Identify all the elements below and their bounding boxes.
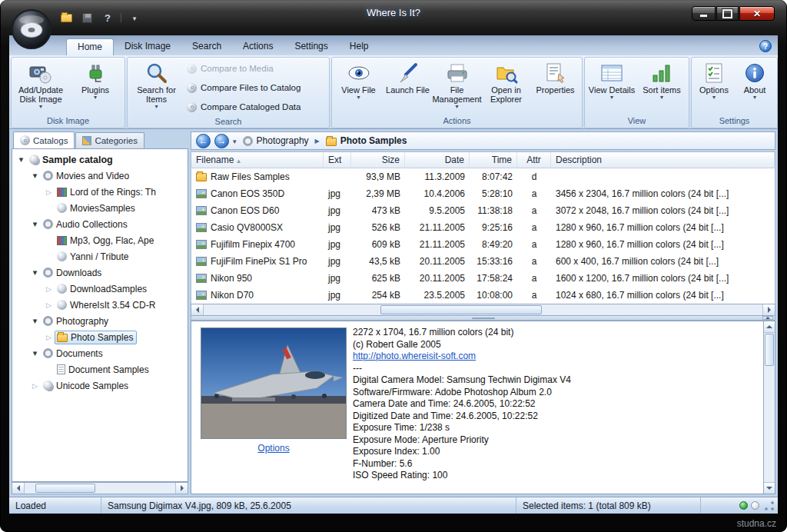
save-button[interactable] (79, 11, 95, 25)
ribbon-tab[interactable]: Actions (232, 38, 284, 55)
view-file-button[interactable]: View File (334, 59, 383, 115)
open-folder-icon (61, 14, 72, 22)
scroll-right-arrow-icon[interactable] (175, 483, 188, 494)
search-for-items-button[interactable]: Search for Items (130, 59, 183, 116)
context-help-button[interactable] (100, 11, 115, 25)
file-management-button[interactable]: File Management (433, 59, 481, 115)
history-dropdown-icon[interactable] (233, 135, 237, 146)
resize-grip[interactable] (764, 500, 775, 511)
forward-button[interactable] (214, 134, 229, 148)
tree-item[interactable]: Photography (12, 313, 188, 329)
scroll-up-arrow-icon[interactable] (764, 321, 775, 333)
scroll-left-arrow-icon[interactable] (191, 304, 204, 315)
tab-catalogs[interactable]: Catalogs (13, 131, 75, 148)
table-row[interactable]: Fujifilm Finepix 4700 jpg 609 kB 21.11.2… (191, 236, 775, 253)
scroll-track[interactable] (25, 483, 175, 494)
tree-item[interactable]: Mp3, Ogg, Flac, Ape (12, 232, 188, 248)
tree-item[interactable]: WhereIsIt 3.54 CD-R (12, 297, 188, 313)
title-bar[interactable]: Where Is It? (0, 0, 787, 35)
plugins-button[interactable]: Plugins (68, 59, 122, 115)
options-button[interactable]: Options (694, 59, 734, 115)
expand-arrow-icon[interactable] (29, 316, 41, 326)
table-row[interactable]: Canon EOS 350D jpg 2,39 MB 10.4.2006 5:2… (191, 185, 775, 202)
expand-arrow-icon[interactable] (29, 348, 41, 358)
expand-arrow-icon[interactable] (29, 171, 41, 181)
sort-items-button[interactable]: Sort items (637, 59, 686, 115)
column-header[interactable]: Ext (324, 152, 351, 168)
column-header[interactable]: Size (351, 152, 405, 168)
column-header[interactable]: Description (551, 152, 775, 168)
splitter-collapse-button[interactable] (762, 316, 773, 320)
tree-item[interactable]: Photo Samples (12, 329, 188, 345)
preview-splitter[interactable] (191, 316, 775, 321)
open-catalog-button[interactable] (58, 11, 74, 25)
tree-item[interactable]: Downloads (12, 264, 188, 281)
tree-item[interactable]: DownloadSamples (12, 281, 188, 297)
minimize-button[interactable] (692, 6, 716, 21)
app-orb-button[interactable] (11, 8, 52, 50)
tree-item[interactable]: Unicode Samples (12, 377, 188, 394)
add-update-disk-image-button[interactable]: Add/Update Disk Image (14, 59, 68, 115)
ribbon-help-button[interactable] (759, 40, 772, 52)
table-row[interactable]: Nikon 950 jpg 625 kB 20.11.2005 17:58:24… (191, 270, 775, 287)
window-frame-bottom: studna.cz (0, 514, 787, 532)
ribbon-tab[interactable]: Search (181, 38, 232, 55)
expand-arrow-icon[interactable] (29, 219, 41, 229)
launch-file-button[interactable]: Launch File (384, 59, 432, 115)
search-menu-item[interactable]: Compare Files to Catalog (184, 78, 327, 97)
about-button[interactable]: About (735, 59, 775, 115)
customize-toolbar-button[interactable] (127, 11, 142, 25)
close-button[interactable] (739, 6, 775, 21)
expand-arrow-icon[interactable] (29, 381, 41, 390)
expand-arrow-icon[interactable] (15, 155, 27, 165)
column-header[interactable]: Filename (191, 152, 324, 168)
ribbon-tab[interactable]: Settings (284, 38, 338, 55)
scroll-left-arrow-icon[interactable] (12, 483, 25, 494)
search-menu-item[interactable]: Compare to Media (184, 59, 327, 78)
table-row[interactable]: FujiFilm FinePix S1 Pro jpg 43,5 kB 20.1… (191, 253, 775, 270)
ribbon-tab[interactable]: Disk Image (114, 38, 181, 55)
table-horizontal-scrollbar[interactable] (191, 304, 775, 316)
tree-item[interactable]: Yanni / Tribute (12, 248, 188, 264)
column-header[interactable]: Attr (517, 152, 551, 168)
maximize-button[interactable] (716, 6, 739, 21)
breadcrumb-item-photography[interactable]: Photography (241, 135, 311, 147)
tree-item[interactable]: Document Samples (12, 361, 188, 377)
tree-horizontal-scrollbar[interactable] (12, 482, 188, 494)
properties-button[interactable]: Properties (531, 59, 579, 115)
tree-item[interactable]: Audio Collections (12, 216, 188, 232)
tree-item[interactable]: Sample catalog (12, 151, 188, 168)
view-details-button[interactable]: View Details (587, 59, 636, 115)
column-header[interactable]: Date (405, 152, 470, 168)
preview-image[interactable] (201, 328, 347, 439)
scroll-thumb[interactable] (765, 334, 774, 366)
back-button[interactable] (196, 134, 211, 148)
expand-arrow-icon[interactable] (43, 284, 55, 293)
breadcrumb-item-photo-samples[interactable]: Photo Samples (324, 135, 410, 147)
scroll-thumb[interactable] (35, 484, 95, 493)
expand-arrow-icon[interactable] (29, 268, 41, 278)
search-menu-item[interactable]: Compare Cataloged Data (184, 98, 327, 116)
preview-vertical-scrollbar[interactable] (763, 321, 775, 494)
tree-item[interactable]: Movies and Video (12, 168, 188, 184)
scroll-right-arrow-icon[interactable] (762, 304, 775, 315)
expand-arrow-icon[interactable] (43, 188, 55, 196)
table-row[interactable]: Raw Files Samples 93,9 MB 11.3.2009 8:07… (191, 168, 775, 185)
scroll-track[interactable] (204, 304, 762, 315)
ribbon-tab[interactable]: Home (66, 38, 114, 55)
table-row[interactable]: Canon EOS D60 jpg 473 kB 9.5.2005 11:38:… (191, 202, 775, 219)
tree-item[interactable]: Lord of the Rings: Th (12, 184, 188, 200)
expand-arrow-icon[interactable] (43, 333, 55, 341)
tab-categories[interactable]: Categories (75, 132, 144, 148)
table-row[interactable]: Nikon D70 jpg 254 kB 23.5.2005 10:08:00 … (191, 287, 775, 304)
table-row[interactable]: Casio QV8000SX jpg 526 kB 21.11.2005 9:2… (191, 219, 775, 236)
expand-arrow-icon[interactable] (43, 301, 55, 309)
tree-item[interactable]: Documents (12, 345, 188, 361)
scroll-down-arrow-icon[interactable] (764, 482, 775, 494)
column-header[interactable]: Time (470, 152, 517, 168)
options-link[interactable]: Options (257, 443, 289, 454)
tree-item[interactable]: MoviesSamples (12, 200, 188, 216)
scroll-thumb[interactable] (380, 305, 542, 314)
open-in-explorer-button[interactable]: Open in Explorer (482, 59, 530, 115)
ribbon-tab[interactable]: Help (339, 38, 380, 55)
